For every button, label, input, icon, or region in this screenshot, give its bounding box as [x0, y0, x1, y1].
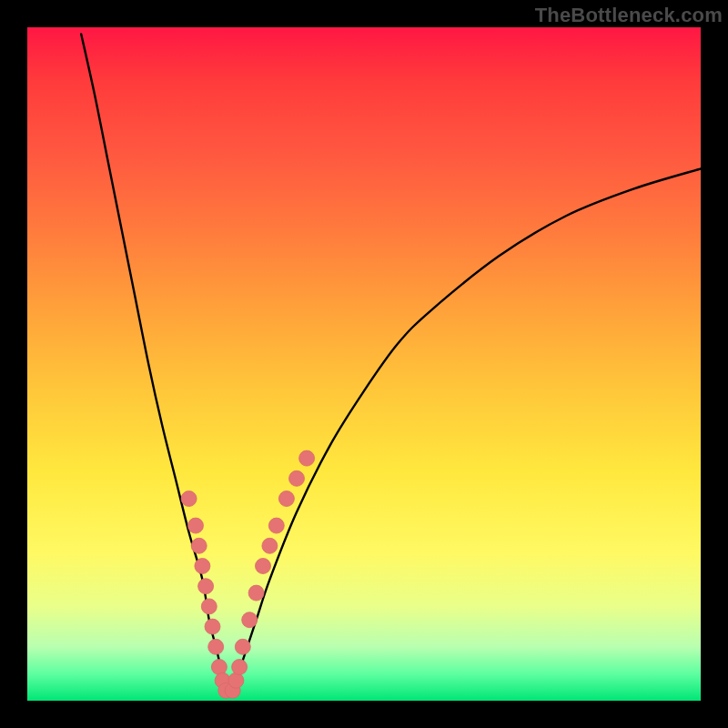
data-point-marker: [208, 639, 224, 654]
data-point-marker: [278, 491, 294, 507]
data-point-marker: [205, 619, 220, 634]
data-point-marker: [198, 579, 214, 594]
watermark-label: TheBottleneck.com: [535, 4, 723, 27]
data-point-marker: [235, 639, 250, 654]
data-point-marker: [188, 518, 204, 533]
data-point-marker: [262, 538, 278, 553]
data-point-marker: [268, 518, 284, 533]
data-point-marker: [195, 559, 210, 574]
plot-area: [27, 27, 701, 701]
data-point-marker: [191, 538, 207, 553]
data-point-marker: [248, 585, 264, 601]
chart-stage: TheBottleneck.com: [0, 0, 728, 728]
data-point-marker: [232, 660, 248, 675]
data-point-marker: [181, 491, 197, 507]
data-point-marker: [256, 559, 271, 574]
data-point-marker: [211, 660, 227, 675]
curve-layer: [27, 27, 701, 701]
data-point-marker: [299, 450, 315, 466]
curve-right-branch: [229, 168, 701, 693]
data-point-marker: [201, 599, 217, 614]
data-point-marker: [228, 672, 244, 688]
data-point-marker: [242, 612, 258, 628]
curve-left-branch: [81, 34, 229, 693]
data-point-marker: [289, 470, 305, 486]
